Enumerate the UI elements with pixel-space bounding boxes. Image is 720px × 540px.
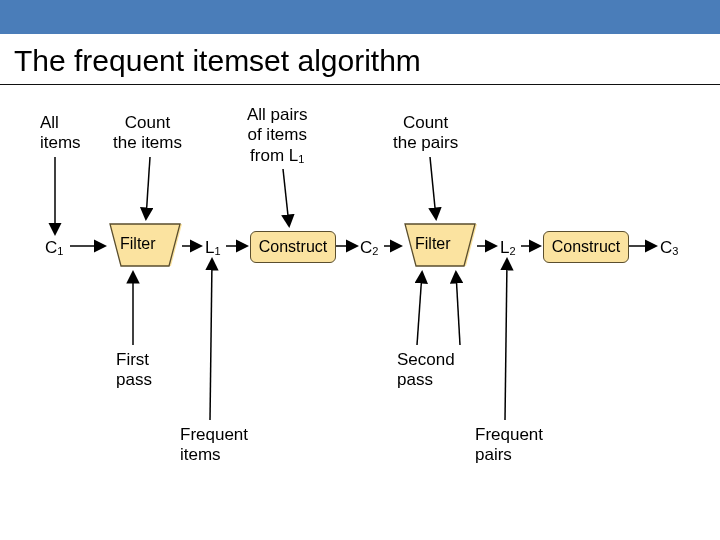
diagram: Allitems Countthe items All pairsof item… [0, 85, 720, 540]
svg-line-17 [417, 273, 422, 345]
filter-2-label: Filter [415, 235, 451, 253]
construct-1: Construct [250, 231, 336, 263]
filter-1-label: Filter [120, 235, 156, 253]
node-l2: L2 [500, 238, 516, 258]
slide-top-bar [0, 0, 720, 34]
construct-2: Construct [543, 231, 629, 263]
svg-line-16 [210, 260, 212, 420]
svg-line-6 [430, 157, 436, 218]
svg-line-19 [505, 260, 507, 420]
slide-title: The frequent itemset algorithm [14, 44, 720, 78]
node-c2: C2 [360, 238, 378, 258]
label-all-items: Allitems [40, 113, 81, 154]
node-l1: L1 [205, 238, 221, 258]
svg-line-4 [146, 157, 150, 218]
label-second-pass: Secondpass [397, 350, 455, 391]
label-count-items: Countthe items [113, 113, 182, 154]
label-frequent-pairs: Frequentpairs [475, 425, 543, 466]
label-frequent-items: Frequentitems [180, 425, 248, 466]
svg-line-18 [456, 273, 460, 345]
arrows [0, 85, 720, 540]
node-c1: C1 [45, 238, 63, 258]
label-first-pass: Firstpass [116, 350, 152, 391]
label-count-pairs: Countthe pairs [393, 113, 458, 154]
node-c3: C3 [660, 238, 678, 258]
svg-line-5 [283, 169, 289, 225]
label-all-pairs: All pairsof itemsfrom L1 [247, 105, 307, 166]
